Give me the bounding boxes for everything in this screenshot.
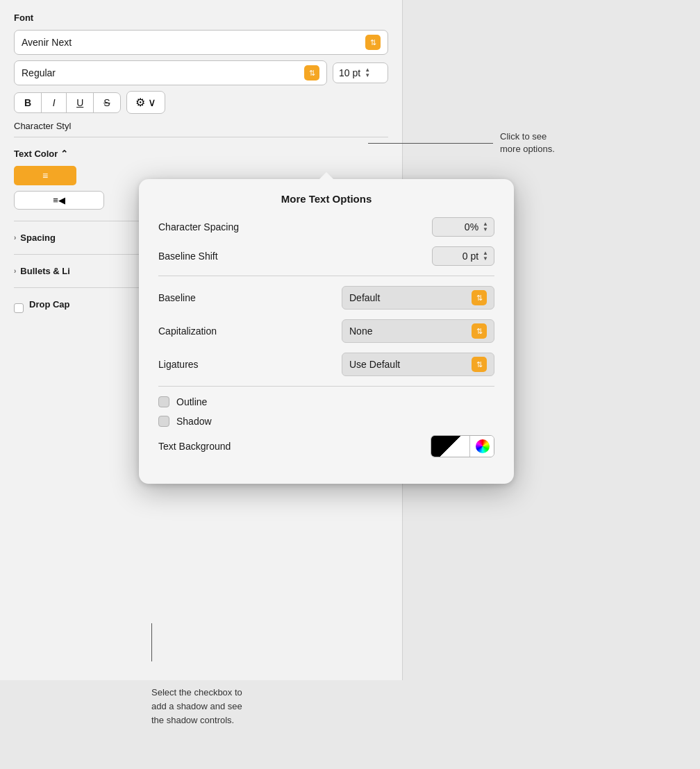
spacing-label: Spacing bbox=[20, 233, 56, 243]
capitalization-select[interactable]: None ⇅ bbox=[342, 319, 494, 343]
align-left-icon: ≡◀ bbox=[53, 195, 65, 205]
capitalization-label: Capitalization bbox=[158, 326, 217, 337]
text-color-swatch-active[interactable]: ≡ bbox=[14, 166, 76, 185]
font-size-spinner[interactable]: ▲ ▼ bbox=[365, 67, 370, 78]
baseline-shift-row: Baseline Shift 0 pt ▲ ▼ bbox=[158, 246, 494, 266]
font-name-spinner[interactable]: ⇅ bbox=[365, 35, 381, 50]
font-name-select[interactable]: Avenir Next ⇅ bbox=[14, 30, 388, 55]
capitalization-value: None bbox=[349, 326, 372, 337]
popup-divider-2 bbox=[158, 386, 494, 387]
chevron-right-icon-2: › bbox=[14, 267, 16, 275]
font-section-label: Font bbox=[14, 12, 388, 23]
char-spacing-value: 0% bbox=[465, 221, 478, 233]
text-background-color-control[interactable] bbox=[431, 435, 494, 457]
baseline-shift-label: Baseline Shift bbox=[158, 251, 218, 262]
gear-callout-line bbox=[368, 143, 493, 144]
ligatures-select[interactable]: Use Default ⇅ bbox=[342, 353, 494, 376]
font-style-select[interactable]: Regular ⇅ bbox=[14, 60, 327, 85]
baseline-spinner[interactable]: ⇅ bbox=[472, 290, 487, 305]
more-text-options-popup: More Text Options Character Spacing 0% ▲… bbox=[139, 179, 514, 484]
baseline-select[interactable]: Default ⇅ bbox=[342, 286, 494, 310]
font-style-row: Regular ⇅ 10 pt ▲ ▼ bbox=[14, 60, 388, 85]
text-background-label: Text Background bbox=[158, 441, 231, 452]
shadow-label: Shadow bbox=[176, 416, 212, 427]
popup-divider-1 bbox=[158, 276, 494, 276]
align-left-icon: ≡ bbox=[42, 170, 48, 181]
format-buttons: B I U S bbox=[14, 92, 121, 113]
color-strip bbox=[431, 436, 470, 457]
align-left-button[interactable]: ≡◀ bbox=[15, 192, 103, 209]
gear-button[interactable]: ⚙ ∨ bbox=[126, 91, 165, 114]
ligatures-label: Ligatures bbox=[158, 359, 199, 370]
popup-arrow bbox=[319, 172, 333, 179]
font-size-box[interactable]: 10 pt ▲ ▼ bbox=[333, 62, 388, 83]
popup-title: More Text Options bbox=[158, 193, 494, 205]
color-wheel-button[interactable] bbox=[472, 436, 494, 457]
font-name-value: Avenir Next bbox=[22, 37, 72, 48]
baseline-label: Baseline bbox=[158, 292, 196, 303]
format-row: B I U S ⚙ ∨ bbox=[14, 91, 388, 114]
baseline-shift-spinner[interactable]: ▲ ▼ bbox=[483, 251, 488, 262]
capitalization-spinner[interactable]: ⇅ bbox=[472, 323, 487, 339]
color-wheel-icon bbox=[476, 439, 490, 453]
shadow-callout-line bbox=[151, 623, 152, 661]
outline-checkbox[interactable] bbox=[158, 396, 169, 407]
font-style-spinner[interactable]: ⇅ bbox=[304, 65, 319, 81]
char-spacing-spinner[interactable]: ▲ ▼ bbox=[483, 221, 488, 233]
underline-button[interactable]: U bbox=[67, 93, 94, 112]
chevron-right-icon: › bbox=[14, 234, 16, 242]
baseline-value: Default bbox=[349, 292, 380, 303]
char-spacing-input[interactable]: 0% ▲ ▼ bbox=[432, 217, 494, 237]
align-row: ≡◀ bbox=[14, 191, 104, 210]
shadow-callout-text: Select the checkbox toadd a shadow and s… bbox=[151, 686, 242, 727]
char-spacing-label: Character Spacing bbox=[158, 221, 239, 233]
bold-button[interactable]: B bbox=[15, 93, 42, 112]
font-name-row: Avenir Next ⇅ bbox=[14, 30, 388, 55]
shadow-checkbox[interactable] bbox=[158, 416, 169, 427]
capitalization-row: Capitalization None ⇅ bbox=[158, 319, 494, 343]
ligatures-value: Use Default bbox=[349, 359, 400, 370]
ligatures-spinner[interactable]: ⇅ bbox=[472, 357, 487, 372]
chevron-down-icon: ∨ bbox=[148, 96, 156, 109]
bullets-label: Bullets & Li bbox=[20, 266, 70, 276]
drop-cap-label: Drop Cap bbox=[29, 299, 70, 310]
char-spacing-row: Character Spacing 0% ▲ ▼ bbox=[158, 217, 494, 237]
strikethrough-button[interactable]: S bbox=[94, 93, 119, 112]
baseline-row: Baseline Default ⇅ bbox=[158, 286, 494, 310]
text-color-label: Text Color ⌃ bbox=[14, 149, 388, 159]
outline-row: Outline bbox=[158, 396, 494, 407]
divider-1 bbox=[14, 137, 388, 137]
shadow-row: Shadow bbox=[158, 416, 494, 427]
gear-icon: ⚙ bbox=[135, 96, 145, 109]
baseline-shift-input[interactable]: 0 pt ▲ ▼ bbox=[432, 246, 494, 266]
font-size-value: 10 pt bbox=[339, 67, 360, 78]
char-style-label: Character Styl bbox=[14, 121, 388, 131]
drop-cap-checkbox[interactable] bbox=[14, 303, 24, 313]
baseline-shift-value: 0 pt bbox=[462, 251, 478, 262]
font-style-value: Regular bbox=[22, 67, 56, 78]
font-section: Font Avenir Next ⇅ Regular ⇅ 10 pt ▲ bbox=[0, 0, 402, 114]
text-background-row: Text Background bbox=[158, 435, 494, 457]
chevron-up-icon: ⌃ bbox=[60, 149, 68, 159]
ligatures-row: Ligatures Use Default ⇅ bbox=[158, 353, 494, 376]
char-style-row: Character Styl bbox=[0, 121, 402, 131]
italic-button[interactable]: I bbox=[42, 93, 67, 112]
gear-callout-text: Click to seemore options. bbox=[500, 130, 555, 155]
outline-label: Outline bbox=[176, 396, 207, 407]
